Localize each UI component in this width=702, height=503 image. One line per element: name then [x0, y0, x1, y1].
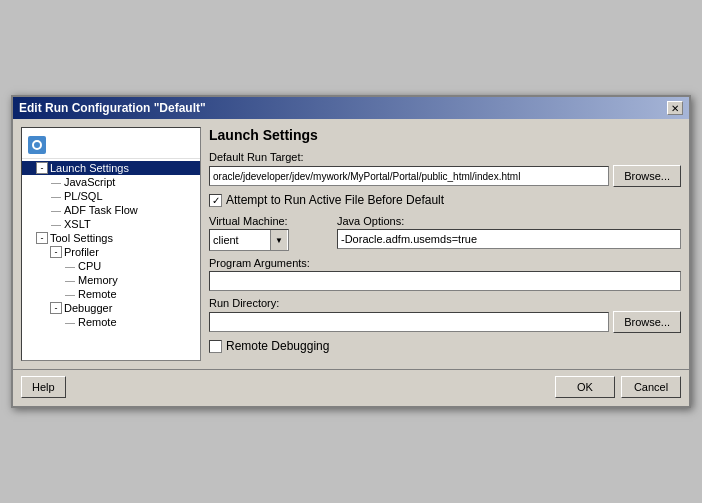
footer-right: OK Cancel [555, 376, 681, 398]
attempt-checkbox-label: Attempt to Run Active File Before Defaul… [226, 193, 444, 207]
tree-item-cpu[interactable]: — CPU [22, 259, 200, 273]
program-arguments-input[interactable] [209, 271, 681, 291]
dialog-footer: Help OK Cancel [13, 369, 689, 406]
tree-label-remote-profiler: Remote [78, 288, 117, 300]
dialog-body: - Launch Settings — JavaScript — PL/SQL [13, 119, 689, 369]
tree-item-xslt[interactable]: — XSLT [22, 217, 200, 231]
java-options-input[interactable] [337, 229, 681, 249]
leaf-dash: — [64, 261, 76, 272]
expander-profiler[interactable]: - [50, 246, 62, 258]
leaf-dash: — [50, 191, 62, 202]
help-button[interactable]: Help [21, 376, 66, 398]
cancel-button[interactable]: Cancel [621, 376, 681, 398]
tree-item-launch-settings[interactable]: - Launch Settings [22, 161, 200, 175]
remote-debugging-label: Remote Debugging [226, 339, 329, 353]
virtual-machine-select-wrapper: client server [209, 229, 289, 251]
default-run-target-label: Default Run Target: [209, 151, 681, 163]
leaf-dash: — [50, 219, 62, 230]
browse1-button[interactable]: Browse... [613, 165, 681, 187]
vm-java-row: Virtual Machine: client server Java Opti… [209, 215, 681, 251]
run-directory-row: Browse... [209, 311, 681, 333]
close-button[interactable]: ✕ [667, 101, 683, 115]
leaf-dash: — [50, 177, 62, 188]
tree-label-profiler: Profiler [64, 246, 99, 258]
tree-item-debugger[interactable]: - Debugger [22, 301, 200, 315]
expander-launch-settings[interactable]: - [36, 162, 48, 174]
tree-label-remote-debugger: Remote [78, 316, 117, 328]
tree-label-cpu: CPU [78, 260, 101, 272]
leaf-dash: — [64, 275, 76, 286]
tree-item-javascript[interactable]: — JavaScript [22, 175, 200, 189]
tree-label-javascript: JavaScript [64, 176, 115, 188]
java-options-label: Java Options: [337, 215, 681, 227]
tree-item-remote-debugger[interactable]: — Remote [22, 315, 200, 329]
leaf-dash: — [50, 205, 62, 216]
tree-label-adf-task-flow: ADF Task Flow [64, 204, 138, 216]
expander-tool-settings[interactable]: - [36, 232, 48, 244]
edit-run-config-dialog: Edit Run Configuration "Default" ✕ - Lau… [11, 95, 691, 408]
remote-debugging-checkbox[interactable] [209, 340, 222, 353]
browse2-button[interactable]: Browse... [613, 311, 681, 333]
title-bar: Edit Run Configuration "Default" ✕ [13, 97, 689, 119]
run-directory-label: Run Directory: [209, 297, 681, 309]
virtual-machine-select[interactable]: client server [209, 229, 289, 251]
tree-label-debugger: Debugger [64, 302, 112, 314]
tree-item-memory[interactable]: — Memory [22, 273, 200, 287]
tree-item-tool-settings[interactable]: - Tool Settings [22, 231, 200, 245]
attempt-checkbox-row: Attempt to Run Active File Before Defaul… [209, 193, 681, 207]
tree-item-plsql[interactable]: — PL/SQL [22, 189, 200, 203]
ok-button[interactable]: OK [555, 376, 615, 398]
remote-debugging-row: Remote Debugging [209, 339, 681, 353]
default-run-target-row: Browse... [209, 165, 681, 187]
tree-item-profiler[interactable]: - Profiler [22, 245, 200, 259]
tree-item-remote-profiler[interactable]: — Remote [22, 287, 200, 301]
leaf-dash: — [64, 317, 76, 328]
tree-item-adf-task-flow[interactable]: — ADF Task Flow [22, 203, 200, 217]
run-directory-input[interactable] [209, 312, 609, 332]
tree-label-launch-settings: Launch Settings [50, 162, 129, 174]
attempt-checkbox[interactable] [209, 194, 222, 207]
java-options-col: Java Options: [337, 215, 681, 251]
tree-panel: - Launch Settings — JavaScript — PL/SQL [21, 127, 201, 361]
vm-col: Virtual Machine: client server [209, 215, 329, 251]
virtual-machine-label: Virtual Machine: [209, 215, 329, 227]
program-arguments-label: Program Arguments: [209, 257, 681, 269]
config-icon [28, 136, 46, 154]
tree-label-xslt: XSLT [64, 218, 91, 230]
expander-debugger[interactable]: - [50, 302, 62, 314]
leaf-dash: — [64, 289, 76, 300]
default-run-target-input[interactable] [209, 166, 609, 186]
right-panel: Launch Settings Default Run Target: Brow… [209, 127, 681, 361]
tree-label-tool-settings: Tool Settings [50, 232, 113, 244]
tree-label-plsql: PL/SQL [64, 190, 103, 202]
dialog-title: Edit Run Configuration "Default" [19, 101, 206, 115]
section-title: Launch Settings [209, 127, 681, 143]
tree-label-memory: Memory [78, 274, 118, 286]
program-arguments-row [209, 271, 681, 291]
